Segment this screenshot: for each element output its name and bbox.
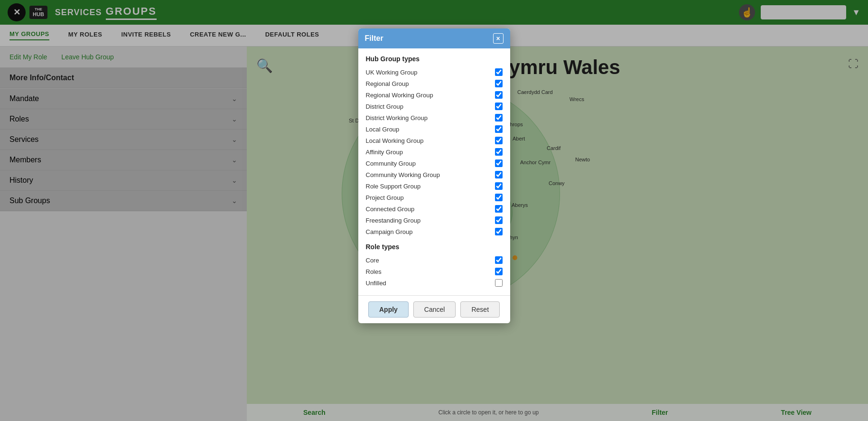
filter-item-uk-working-group: UK Working Group — [366, 66, 503, 78]
filter-item-local-group: Local Group — [366, 123, 503, 135]
filter-item-community-group: Community Group — [366, 158, 503, 169]
filter-checkbox-connected-group[interactable] — [495, 205, 503, 213]
modal-overlay[interactable]: Filter × Hub Group types UK Working Grou… — [0, 0, 868, 421]
cancel-button[interactable]: Cancel — [413, 301, 456, 318]
filter-modal: Filter × Hub Group types UK Working Grou… — [358, 28, 510, 323]
filter-checkbox-uk-working-group[interactable] — [495, 68, 503, 76]
filter-checkbox-community-group[interactable] — [495, 159, 503, 167]
filter-item-local-working-group: Local Working Group — [366, 135, 503, 146]
filter-item-roles: Roles — [366, 266, 503, 277]
filter-label-connected-group: Connected Group — [366, 206, 415, 213]
modal-header: Filter × — [358, 28, 510, 48]
filter-item-unfilled: Unfilled — [366, 277, 503, 289]
modal-body: Hub Group types UK Working Group Regiona… — [358, 48, 510, 295]
filter-item-community-working-group: Community Working Group — [366, 169, 503, 180]
filter-label-district-working-group: District Working Group — [366, 114, 428, 122]
filter-label-project-group: Project Group — [366, 194, 404, 201]
filter-item-core: Core — [366, 254, 503, 266]
filter-item-connected-group: Connected Group — [366, 203, 503, 215]
filter-item-district-working-group: District Working Group — [366, 112, 503, 123]
apply-button[interactable]: Apply — [368, 301, 409, 318]
filter-label-roles: Roles — [366, 268, 382, 275]
filter-checkbox-role-support-group[interactable] — [495, 182, 503, 190]
hub-group-types-title: Hub Group types — [366, 55, 503, 63]
filter-checkbox-district-group[interactable] — [495, 103, 503, 110]
filter-item-affinity-group: Affinity Group — [366, 146, 503, 158]
filter-checkbox-local-group[interactable] — [495, 125, 503, 133]
modal-title: Filter — [365, 34, 383, 43]
filter-checkbox-local-working-group[interactable] — [495, 137, 503, 144]
filter-item-campaign-group: Campaign Group — [366, 226, 503, 237]
reset-button[interactable]: Reset — [460, 301, 500, 318]
filter-label-core: Core — [366, 257, 379, 264]
modal-close-button[interactable]: × — [493, 33, 504, 44]
filter-label-uk-working-group: UK Working Group — [366, 69, 418, 76]
filter-label-community-working-group: Community Working Group — [366, 171, 440, 178]
filter-item-freestanding-group: Freestanding Group — [366, 215, 503, 226]
filter-checkbox-affinity-group[interactable] — [495, 148, 503, 156]
filter-label-local-working-group: Local Working Group — [366, 137, 424, 144]
filter-checkbox-freestanding-group[interactable] — [495, 216, 503, 224]
filter-checkbox-community-working-group[interactable] — [495, 171, 503, 178]
filter-checkbox-district-working-group[interactable] — [495, 114, 503, 122]
filter-item-regional-group: Regional Group — [366, 78, 503, 89]
filter-checkbox-regional-working-group[interactable] — [495, 91, 503, 99]
filter-label-unfilled: Unfilled — [366, 280, 386, 287]
filter-checkbox-project-group[interactable] — [495, 194, 503, 201]
filter-label-campaign-group: Campaign Group — [366, 228, 413, 235]
filter-label-regional-working-group: Regional Working Group — [366, 92, 433, 99]
filter-label-regional-group: Regional Group — [366, 80, 409, 87]
filter-label-freestanding-group: Freestanding Group — [366, 217, 421, 224]
filter-label-district-group: District Group — [366, 103, 403, 110]
role-types-title: Role types — [366, 243, 503, 251]
filter-label-community-group: Community Group — [366, 160, 416, 167]
filter-checkbox-campaign-group[interactable] — [495, 228, 503, 235]
filter-label-affinity-group: Affinity Group — [366, 149, 403, 156]
filter-checkbox-regional-group[interactable] — [495, 80, 503, 87]
filter-label-local-group: Local Group — [366, 126, 400, 133]
filter-checkbox-core[interactable] — [495, 256, 503, 264]
filter-checkbox-unfilled[interactable] — [495, 279, 503, 287]
filter-item-project-group: Project Group — [366, 192, 503, 203]
modal-footer: Apply Cancel Reset — [358, 295, 510, 323]
filter-item-district-group: District Group — [366, 101, 503, 112]
filter-item-regional-working-group: Regional Working Group — [366, 89, 503, 101]
filter-item-role-support-group: Role Support Group — [366, 180, 503, 192]
filter-checkbox-roles[interactable] — [495, 268, 503, 275]
filter-label-role-support-group: Role Support Group — [366, 183, 421, 190]
